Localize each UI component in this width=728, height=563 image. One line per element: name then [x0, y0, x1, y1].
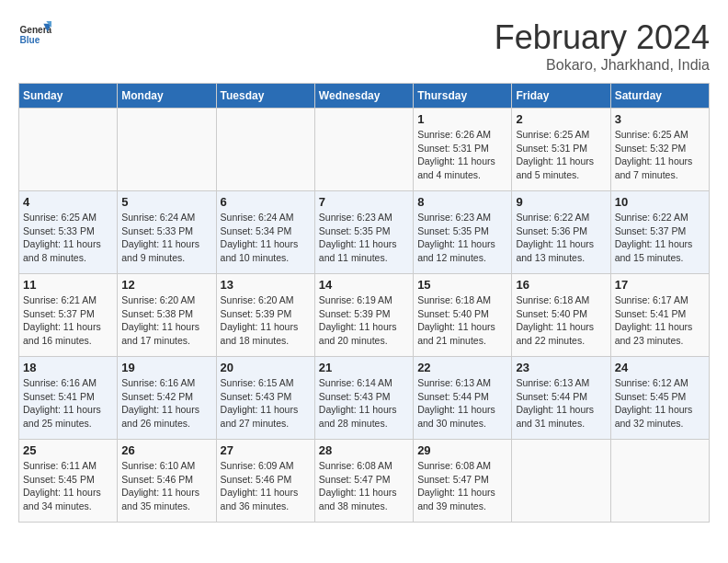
day-info: Sunrise: 6:22 AMSunset: 5:37 PMDaylight:… — [615, 211, 705, 265]
day-number: 24 — [615, 361, 705, 374]
title-area: February 2024 Bokaro, Jharkhand, India — [495, 18, 710, 74]
weekday-header: Thursday — [414, 84, 512, 109]
day-number: 7 — [319, 195, 409, 209]
calendar-cell: 26Sunrise: 6:10 AMSunset: 5:46 PMDayligh… — [118, 440, 216, 523]
calendar-cell: 18Sunrise: 6:16 AMSunset: 5:41 PMDayligh… — [19, 357, 118, 440]
calendar-cell — [610, 440, 709, 523]
day-info: Sunrise: 6:08 AMSunset: 5:47 PMDaylight:… — [417, 459, 507, 513]
calendar-cell: 19Sunrise: 6:16 AMSunset: 5:42 PMDayligh… — [118, 357, 216, 440]
day-number: 14 — [319, 278, 409, 292]
calendar-cell: 14Sunrise: 6:19 AMSunset: 5:39 PMDayligh… — [314, 274, 413, 357]
day-number: 1 — [417, 112, 507, 126]
day-info: Sunrise: 6:12 AMSunset: 5:45 PMDaylight:… — [615, 376, 705, 431]
day-number: 3 — [615, 112, 705, 126]
calendar-cell: 17Sunrise: 6:17 AMSunset: 5:41 PMDayligh… — [610, 274, 709, 357]
calendar-cell: 28Sunrise: 6:08 AMSunset: 5:47 PMDayligh… — [314, 440, 413, 523]
weekday-header: Sunday — [19, 84, 118, 109]
weekday-header: Monday — [118, 84, 216, 109]
day-number: 13 — [221, 278, 311, 292]
calendar-header-row: SundayMondayTuesdayWednesdayThursdayFrid… — [19, 84, 710, 109]
day-info: Sunrise: 6:18 AMSunset: 5:40 PMDaylight:… — [516, 293, 606, 348]
day-info: Sunrise: 6:13 AMSunset: 5:44 PMDaylight:… — [417, 376, 507, 431]
calendar-cell: 4Sunrise: 6:25 AMSunset: 5:33 PMDaylight… — [19, 191, 118, 274]
weekday-header: Saturday — [610, 84, 709, 109]
day-info: Sunrise: 6:10 AMSunset: 5:46 PMDaylight:… — [121, 459, 211, 513]
day-number: 18 — [23, 361, 113, 374]
day-number: 20 — [221, 361, 311, 374]
calendar-cell: 12Sunrise: 6:20 AMSunset: 5:38 PMDayligh… — [118, 274, 216, 357]
calendar-cell: 20Sunrise: 6:15 AMSunset: 5:43 PMDayligh… — [216, 357, 314, 440]
day-info: Sunrise: 6:24 AMSunset: 5:33 PMDaylight:… — [121, 211, 211, 265]
day-info: Sunrise: 6:24 AMSunset: 5:34 PMDaylight:… — [221, 211, 311, 265]
day-info: Sunrise: 6:22 AMSunset: 5:36 PMDaylight:… — [516, 211, 606, 265]
day-info: Sunrise: 6:14 AMSunset: 5:43 PMDaylight:… — [319, 376, 409, 431]
calendar-cell: 15Sunrise: 6:18 AMSunset: 5:40 PMDayligh… — [414, 274, 512, 357]
weekday-header: Friday — [512, 84, 610, 109]
day-number: 10 — [615, 195, 705, 209]
svg-text:Blue: Blue — [19, 35, 40, 45]
day-number: 16 — [516, 278, 606, 292]
calendar-cell: 6Sunrise: 6:24 AMSunset: 5:34 PMDaylight… — [216, 191, 314, 274]
calendar-cell: 29Sunrise: 6:08 AMSunset: 5:47 PMDayligh… — [414, 440, 512, 523]
day-number: 27 — [221, 443, 311, 457]
calendar-cell — [19, 109, 118, 191]
calendar-week-row: 11Sunrise: 6:21 AMSunset: 5:37 PMDayligh… — [19, 274, 710, 357]
logo: General Blue — [18, 18, 51, 52]
day-number: 26 — [121, 443, 211, 457]
page-title: February 2024 — [495, 18, 710, 57]
day-number: 12 — [121, 278, 211, 292]
calendar-cell: 5Sunrise: 6:24 AMSunset: 5:33 PMDaylight… — [118, 191, 216, 274]
day-info: Sunrise: 6:20 AMSunset: 5:39 PMDaylight:… — [221, 293, 311, 348]
calendar-cell: 22Sunrise: 6:13 AMSunset: 5:44 PMDayligh… — [414, 357, 512, 440]
calendar-cell: 3Sunrise: 6:25 AMSunset: 5:32 PMDaylight… — [610, 109, 709, 191]
page-subtitle: Bokaro, Jharkhand, India — [495, 57, 710, 74]
day-info: Sunrise: 6:09 AMSunset: 5:46 PMDaylight:… — [221, 459, 311, 513]
logo-icon: General Blue — [18, 18, 51, 52]
calendar-cell: 23Sunrise: 6:13 AMSunset: 5:44 PMDayligh… — [512, 357, 610, 440]
calendar-cell: 11Sunrise: 6:21 AMSunset: 5:37 PMDayligh… — [19, 274, 118, 357]
day-info: Sunrise: 6:17 AMSunset: 5:41 PMDaylight:… — [615, 293, 705, 348]
calendar-cell — [118, 109, 216, 191]
calendar-cell: 1Sunrise: 6:26 AMSunset: 5:31 PMDaylight… — [414, 109, 512, 191]
day-info: Sunrise: 6:16 AMSunset: 5:42 PMDaylight:… — [121, 376, 211, 431]
calendar-cell: 7Sunrise: 6:23 AMSunset: 5:35 PMDaylight… — [314, 191, 413, 274]
day-number: 11 — [23, 278, 113, 292]
header: General Blue February 2024 Bokaro, Jhark… — [18, 18, 710, 74]
calendar-cell: 9Sunrise: 6:22 AMSunset: 5:36 PMDaylight… — [512, 191, 610, 274]
day-info: Sunrise: 6:25 AMSunset: 5:31 PMDaylight:… — [516, 128, 606, 182]
day-number: 25 — [23, 443, 113, 457]
day-info: Sunrise: 6:25 AMSunset: 5:32 PMDaylight:… — [615, 128, 705, 182]
day-number: 17 — [615, 278, 705, 292]
calendar-week-row: 25Sunrise: 6:11 AMSunset: 5:45 PMDayligh… — [19, 440, 710, 523]
day-info: Sunrise: 6:08 AMSunset: 5:47 PMDaylight:… — [319, 459, 409, 513]
calendar-cell: 16Sunrise: 6:18 AMSunset: 5:40 PMDayligh… — [512, 274, 610, 357]
weekday-header: Tuesday — [216, 84, 314, 109]
day-number: 4 — [23, 195, 113, 209]
calendar-cell: 27Sunrise: 6:09 AMSunset: 5:46 PMDayligh… — [216, 440, 314, 523]
calendar-cell: 13Sunrise: 6:20 AMSunset: 5:39 PMDayligh… — [216, 274, 314, 357]
calendar-week-row: 18Sunrise: 6:16 AMSunset: 5:41 PMDayligh… — [19, 357, 710, 440]
calendar: SundayMondayTuesdayWednesdayThursdayFrid… — [18, 83, 710, 523]
day-info: Sunrise: 6:23 AMSunset: 5:35 PMDaylight:… — [319, 211, 409, 265]
day-info: Sunrise: 6:21 AMSunset: 5:37 PMDaylight:… — [23, 293, 113, 348]
calendar-cell: 24Sunrise: 6:12 AMSunset: 5:45 PMDayligh… — [610, 357, 709, 440]
calendar-cell: 10Sunrise: 6:22 AMSunset: 5:37 PMDayligh… — [610, 191, 709, 274]
day-number: 15 — [417, 278, 507, 292]
day-number: 5 — [121, 195, 211, 209]
day-number: 9 — [516, 195, 606, 209]
day-number: 8 — [417, 195, 507, 209]
calendar-cell: 2Sunrise: 6:25 AMSunset: 5:31 PMDaylight… — [512, 109, 610, 191]
calendar-cell: 8Sunrise: 6:23 AMSunset: 5:35 PMDaylight… — [414, 191, 512, 274]
day-info: Sunrise: 6:16 AMSunset: 5:41 PMDaylight:… — [23, 376, 113, 431]
day-info: Sunrise: 6:15 AMSunset: 5:43 PMDaylight:… — [221, 376, 311, 431]
day-info: Sunrise: 6:18 AMSunset: 5:40 PMDaylight:… — [417, 293, 507, 348]
calendar-cell: 25Sunrise: 6:11 AMSunset: 5:45 PMDayligh… — [19, 440, 118, 523]
calendar-cell: 21Sunrise: 6:14 AMSunset: 5:43 PMDayligh… — [314, 357, 413, 440]
day-number: 19 — [121, 361, 211, 374]
weekday-header: Wednesday — [314, 84, 413, 109]
day-number: 2 — [516, 112, 606, 126]
calendar-cell — [216, 109, 314, 191]
day-number: 22 — [417, 361, 507, 374]
calendar-week-row: 1Sunrise: 6:26 AMSunset: 5:31 PMDaylight… — [19, 109, 710, 191]
day-number: 23 — [516, 361, 606, 374]
